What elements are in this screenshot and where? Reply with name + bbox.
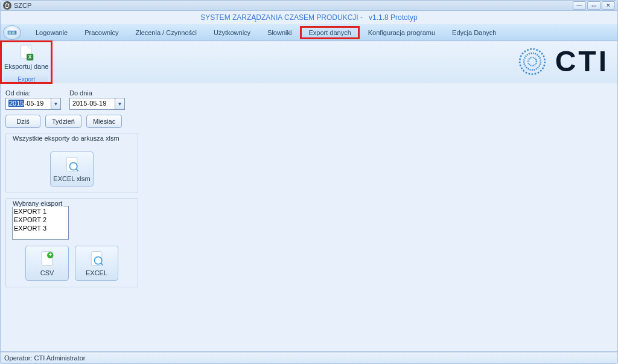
menu-konfiguracja[interactable]: Konfiguracja programu [360,26,444,39]
cti-logo: CTI [517,45,609,78]
menu-logowanie[interactable]: Logowanie [27,26,76,39]
menu-zlecenia[interactable]: Zlecenia / Czynności [127,26,205,39]
menubar: Logowanie Pracownicy Zlecenia / Czynnośc… [27,26,617,39]
group-all-label: Wszystkie eksporty do arkusza xlsm [11,135,121,142]
ribbon: X Eksportuj dane Export CTI [0,41,618,83]
statusbar: Operator: CTI Administrator [0,352,618,364]
app-subtitle: SYSTEM ZARZĄDZANIA CZASEM PRODUKCJI - v1… [0,11,618,24]
to-date-label: Do dnia [69,89,125,97]
svg-point-8 [528,57,537,66]
group-selected-export: Wybrany eksport EXPORT 1 EXPORT 2 EXPORT… [5,198,138,287]
eksportuj-dane-button[interactable]: X Eksportuj dane [4,43,48,70]
menu-edycja-danych[interactable]: Edycja Danych [444,26,505,39]
list-item[interactable]: EXPORT 3 [14,224,67,232]
miesiac-button[interactable]: Miesiac [86,115,122,128]
maximize-button[interactable]: ▭ [587,1,600,10]
subtitle-text: SYSTEM ZARZĄDZANIA CZASEM PRODUKCJI - v1… [200,13,417,22]
excel-button[interactable]: EXCEL [75,246,118,281]
menu-export-danych[interactable]: Export danych [300,26,359,39]
svg-text:X: X [28,54,32,60]
menu-slowniki[interactable]: Słowniki [259,26,300,39]
titlebar: ⏱ SZCP — ▭ ✕ [0,0,618,11]
main-panel: Od dnia: 2015-05-19 ▼ Do dnia 2015-05-19… [0,83,618,352]
main-menu-icon[interactable] [3,25,21,40]
eksportuj-dane-label: Eksportuj dane [4,63,48,70]
status-prefix: Operator: [4,354,34,362]
tydzien-button[interactable]: Tydzień [45,115,81,128]
svg-rect-1 [8,31,11,34]
menubar-wrap: Logowanie Pracownicy Zlecenia / Czynnośc… [0,24,618,41]
from-date-label: Od dnia: [5,89,61,97]
svg-point-7 [524,53,541,70]
from-date-selected: 2015 [8,100,24,107]
menu-uzytkownicy[interactable]: Użytkownicy [205,26,259,39]
excel-xlsm-button[interactable]: EXCEL xlsm [50,152,94,187]
globe-icon [517,46,548,77]
excel-label: EXCEL [86,269,107,276]
status-operator: Operator: CTI Administrator [4,354,86,362]
chevron-down-icon[interactable]: ▼ [115,98,124,109]
svg-text:+: + [49,252,52,258]
close-button[interactable]: ✕ [602,1,615,10]
subtitle-left: SYSTEM ZARZĄDZANIA CZASEM PRODUKCJI - [200,13,363,22]
from-date-rest: -05-19 [24,100,43,107]
cti-text: CTI [555,45,609,78]
list-item[interactable]: EXPORT 2 [14,216,67,224]
svg-rect-2 [12,31,15,34]
window-title: SZCP [14,2,573,9]
csv-button[interactable]: + CSV [25,246,69,281]
excel-xlsm-label: EXCEL xlsm [53,175,90,182]
menu-pracownicy[interactable]: Pracownicy [76,26,127,39]
ribbon-group-export: X Eksportuj dane Export [1,41,52,83]
to-date-combo[interactable]: 2015-05-19 ▼ [69,98,125,110]
group-all-exports: Wszystkie eksporty do arkusza xlsm EXCEL… [5,133,138,193]
csv-label: CSV [40,269,54,276]
minimize-button[interactable]: — [573,1,586,10]
from-date-value: 2015-05-19 [6,98,51,109]
to-date-value: 2015-05-19 [70,98,115,109]
dzis-button[interactable]: Dziś [5,115,40,128]
chevron-down-icon[interactable]: ▼ [51,98,60,109]
app-icon: ⏱ [3,1,11,10]
export-listbox[interactable]: EXPORT 1 EXPORT 2 EXPORT 3 [12,206,69,240]
status-value: CTI Administrator [34,354,86,362]
ribbon-group-label: Export [4,75,48,83]
subtitle-version: v1.1.8 Prototyp [369,13,418,22]
group-selected-label: Wybrany eksport [11,200,64,207]
from-date-combo[interactable]: 2015-05-19 ▼ [5,98,61,110]
list-item[interactable]: EXPORT 1 [14,207,67,216]
